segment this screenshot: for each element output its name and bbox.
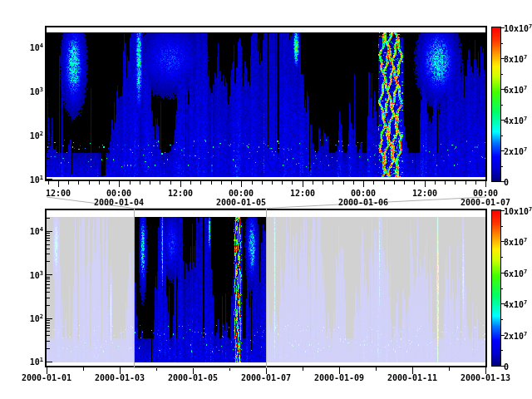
x-tick-date-label: 2000-01-06 (330, 198, 397, 207)
colorbar-tick-label: 10x107 (504, 22, 532, 33)
colorbar-tick-label: 6x107 (504, 268, 532, 278)
x-tick-date-label: 2000-01-11 (379, 373, 446, 382)
x-tick-date-label: 2000-01-05 (160, 373, 226, 382)
x-tick-time-label: 12:00 (162, 189, 199, 198)
x-tick-date-label: 2000-01-01 (13, 373, 80, 382)
colorbar-top (492, 27, 500, 181)
x-tick-date-label: 2000-01-07 (233, 373, 299, 382)
y-tick-label: 101 (10, 174, 43, 185)
colorbar-top-frame (491, 27, 501, 182)
x-tick-date-label: 2000-01-13 (452, 373, 519, 382)
spectrogram-zoom-tool: 12:00 00:00 12:00 00:00 12:00 00:00 12:0… (0, 0, 532, 399)
colorbar-tick-label: 8x107 (504, 53, 532, 64)
x-tick-date-label: 2000-01-04 (86, 198, 152, 207)
zoom-panel-heatmap[interactable] (47, 27, 485, 180)
x-tick-time-label: 00:00 (101, 189, 137, 198)
x-tick-time-label: 00:00 (467, 189, 504, 198)
x-tick-date-label: 2000-01-05 (208, 198, 274, 207)
y-tick-label: 103 (10, 86, 43, 96)
colorbar-tick-label: 2x107 (504, 330, 532, 341)
x-tick-date-label: 2000-01-03 (86, 373, 153, 382)
y-tick-label: 102 (10, 130, 43, 140)
colorbar-tick-label: 4x107 (504, 115, 532, 126)
colorbar-tick-label: 0 (504, 361, 532, 372)
y-tick-label: 101 (10, 356, 43, 367)
colorbar-bottom-frame (491, 209, 501, 367)
colorbar-tick-label: 0 (504, 176, 532, 187)
y-tick-label: 103 (10, 269, 43, 280)
y-tick-label: 104 (10, 225, 43, 236)
x-tick-time-label: 12:00 (406, 189, 443, 198)
x-tick-date-label: 2000-01-09 (306, 373, 372, 382)
colorbar-tick-label: 10x107 (504, 205, 532, 216)
colorbar-bottom (492, 210, 500, 366)
y-tick-label: 104 (10, 42, 43, 52)
zoom-panel-frame (45, 26, 487, 181)
colorbar-tick-label: 8x107 (504, 236, 532, 247)
x-tick-time-label: 00:00 (345, 189, 382, 198)
time-selection-box[interactable] (134, 208, 267, 368)
colorbar-tick-label: 2x107 (504, 145, 532, 156)
colorbar-tick-label: 6x107 (504, 84, 532, 95)
x-tick-time-label: 12:00 (284, 189, 321, 198)
x-tick-time-label: 12:00 (40, 189, 76, 198)
colorbar-tick-label: 4x107 (504, 298, 532, 309)
x-tick-time-label: 00:00 (223, 189, 259, 198)
y-tick-label: 102 (10, 313, 43, 323)
